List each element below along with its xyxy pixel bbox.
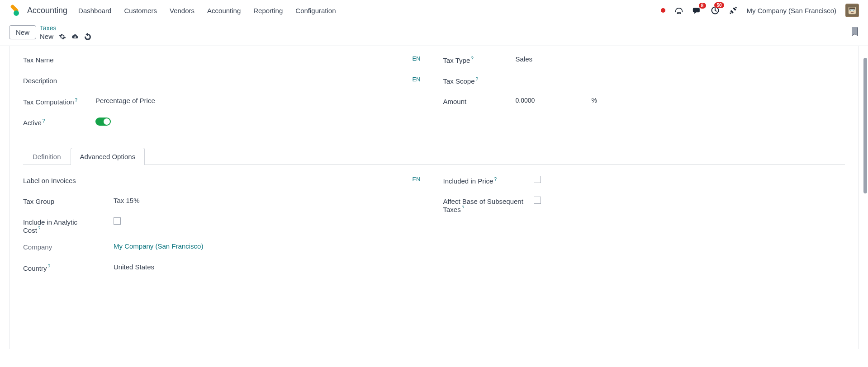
active-toggle[interactable] [95, 118, 111, 126]
top-navbar: Accounting Dashboard Customers Vendors A… [0, 0, 868, 23]
phone-icon[interactable] [674, 6, 683, 14]
help-icon[interactable]: ? [48, 264, 51, 269]
label-invoices-label: Label on Invoices [23, 176, 95, 184]
amount-input[interactable]: 0.0000 [516, 97, 579, 104]
tax-group-select[interactable]: Tax 15% [95, 197, 425, 204]
amount-label: Amount [443, 97, 516, 105]
help-icon[interactable]: ? [38, 226, 41, 231]
activities-badge: 50 [714, 2, 724, 8]
topbar-right: 8 50 My Company (San Francisco) [661, 4, 859, 17]
tools-icon[interactable] [729, 6, 738, 15]
tab-definition[interactable]: Definition [23, 148, 71, 165]
nav-configuration[interactable]: Configuration [295, 7, 336, 14]
lang-badge[interactable]: EN [412, 55, 420, 62]
help-icon[interactable]: ? [494, 177, 497, 182]
svg-point-2 [678, 13, 679, 14]
form-area: Tax Name EN Description EN Tax Computati… [0, 46, 868, 349]
breadcrumb-bar: New Taxes New [0, 23, 868, 46]
form-sheet: Tax Name EN Description EN Tax Computati… [9, 46, 859, 349]
activities-icon[interactable]: 50 [711, 6, 720, 15]
recording-indicator-icon[interactable] [661, 8, 665, 13]
tax-group-label: Tax Group [23, 197, 95, 205]
active-label: Active? [23, 118, 95, 127]
label-invoices-input[interactable]: EN [95, 176, 425, 183]
help-icon[interactable]: ? [462, 205, 465, 210]
included-price-label: Included in Price? [443, 176, 534, 185]
country-label: Country? [23, 263, 95, 272]
nav-reporting[interactable]: Reporting [253, 7, 283, 14]
app-title[interactable]: Accounting [27, 6, 67, 15]
description-label: Description [23, 76, 95, 85]
affect-base-checkbox[interactable] [534, 197, 541, 204]
help-icon[interactable]: ? [471, 56, 474, 61]
nav-accounting[interactable]: Accounting [207, 7, 241, 14]
messages-icon[interactable]: 8 [693, 6, 702, 14]
tabs: Definition Advanced Options [23, 147, 845, 165]
user-avatar[interactable] [845, 4, 859, 17]
include-analytic-checkbox[interactable] [114, 217, 121, 225]
amount-suffix: % [592, 97, 597, 104]
help-icon[interactable]: ? [43, 118, 45, 123]
country-select[interactable]: United States [95, 263, 425, 271]
main-nav: Dashboard Customers Vendors Accounting R… [78, 7, 336, 14]
new-button[interactable]: New [9, 25, 36, 39]
tax-scope-label: Tax Scope? [443, 76, 516, 85]
help-icon[interactable]: ? [75, 98, 78, 103]
svg-rect-11 [851, 12, 854, 13]
nav-dashboard[interactable]: Dashboard [78, 7, 111, 14]
discard-icon[interactable] [84, 33, 91, 40]
tax-type-select[interactable]: Sales [516, 55, 845, 63]
gear-icon[interactable] [59, 33, 66, 40]
tax-computation-label: Tax Computation? [23, 97, 95, 106]
nav-vendors[interactable]: Vendors [170, 7, 194, 14]
company-link[interactable]: My Company (San Francisco) [95, 242, 425, 250]
vertical-scrollbar[interactable] [863, 58, 867, 193]
bookmark-icon[interactable] [852, 27, 859, 38]
svg-point-9 [850, 10, 851, 11]
nav-customers[interactable]: Customers [124, 7, 157, 14]
tab-advanced-options[interactable]: Advanced Options [71, 148, 145, 165]
cloud-save-icon[interactable] [71, 33, 79, 40]
affect-base-label: Affect Base of Subsequent Taxes? [443, 197, 534, 213]
lang-badge[interactable]: EN [412, 176, 420, 183]
lang-badge[interactable]: EN [412, 76, 420, 83]
breadcrumb-current: New [40, 33, 53, 40]
company-selector[interactable]: My Company (San Francisco) [747, 7, 836, 14]
svg-point-1 [677, 13, 678, 14]
svg-point-10 [853, 10, 854, 11]
tax-type-label: Tax Type? [443, 55, 516, 64]
help-icon[interactable]: ? [476, 77, 479, 82]
tax-computation-select[interactable]: Percentage of Price [95, 97, 425, 104]
include-analytic-label: Include in Analytic Cost? [23, 217, 95, 234]
breadcrumb-parent[interactable]: Taxes [40, 24, 91, 32]
svg-point-3 [680, 13, 681, 14]
messages-badge: 8 [699, 3, 706, 9]
tax-name-input[interactable]: EN [95, 55, 425, 62]
included-price-checkbox[interactable] [534, 176, 541, 183]
tax-name-label: Tax Name [23, 55, 95, 64]
description-input[interactable]: EN [95, 76, 425, 83]
company-label: Company [23, 242, 95, 251]
app-logo-icon [9, 5, 20, 16]
tab-advanced-content: Label on Invoices EN Tax Group Tax 15% I… [23, 165, 845, 284]
